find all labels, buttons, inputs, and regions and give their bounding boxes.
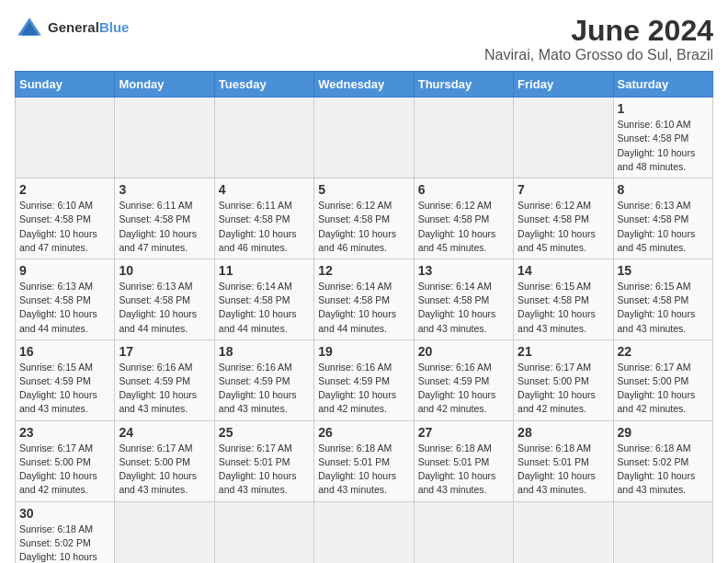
day-info: Sunrise: 6:18 AMSunset: 5:01 PMDaylight:… — [518, 442, 609, 498]
day-info: Sunrise: 6:18 AMSunset: 5:01 PMDaylight:… — [418, 442, 509, 498]
calendar-cell — [514, 98, 613, 178]
day-number: 12 — [318, 263, 409, 278]
calendar-cell: 9Sunrise: 6:13 AMSunset: 4:58 PMDaylight… — [16, 259, 115, 339]
month-title: June 2024 — [484, 15, 713, 47]
day-info: Sunrise: 6:17 AMSunset: 5:00 PMDaylight:… — [119, 442, 210, 498]
calendar-cell: 6Sunrise: 6:12 AMSunset: 4:58 PMDaylight… — [414, 178, 513, 259]
day-info: Sunrise: 6:10 AMSunset: 4:58 PMDaylight:… — [618, 118, 709, 174]
calendar-cell: 10Sunrise: 6:13 AMSunset: 4:58 PMDayligh… — [115, 259, 214, 339]
day-info: Sunrise: 6:17 AMSunset: 5:00 PMDaylight:… — [19, 442, 110, 498]
calendar-cell — [514, 501, 613, 563]
day-number: 9 — [19, 263, 110, 278]
calendar-table: SundayMondayTuesdayWednesdayThursdayFrid… — [15, 71, 713, 563]
weekday-header-saturday: Saturday — [613, 72, 712, 98]
day-info: Sunrise: 6:14 AMSunset: 4:58 PMDaylight:… — [418, 280, 509, 336]
day-number: 23 — [19, 425, 110, 440]
day-number: 7 — [518, 182, 609, 197]
calendar-cell — [115, 98, 214, 178]
day-number: 16 — [19, 344, 110, 359]
day-info: Sunrise: 6:13 AMSunset: 4:58 PMDaylight:… — [19, 280, 110, 336]
calendar-cell: 5Sunrise: 6:12 AMSunset: 4:58 PMDaylight… — [314, 178, 414, 259]
calendar-cell: 12Sunrise: 6:14 AMSunset: 4:58 PMDayligh… — [314, 259, 414, 339]
calendar-body: 1Sunrise: 6:10 AMSunset: 4:58 PMDaylight… — [16, 98, 713, 563]
calendar-cell — [16, 98, 115, 178]
calendar-cell — [414, 501, 513, 563]
day-number: 3 — [119, 182, 210, 197]
location-title: Navirai, Mato Grosso do Sul, Brazil — [484, 47, 713, 63]
day-info: Sunrise: 6:15 AMSunset: 4:59 PMDaylight:… — [19, 361, 110, 417]
day-number: 14 — [518, 263, 609, 278]
day-info: Sunrise: 6:16 AMSunset: 4:59 PMDaylight:… — [318, 361, 409, 417]
day-info: Sunrise: 6:15 AMSunset: 4:58 PMDaylight:… — [518, 280, 609, 336]
calendar-week-2: 2Sunrise: 6:10 AMSunset: 4:58 PMDaylight… — [16, 178, 713, 259]
day-info: Sunrise: 6:16 AMSunset: 4:59 PMDaylight:… — [418, 361, 509, 417]
calendar-week-4: 16Sunrise: 6:15 AMSunset: 4:59 PMDayligh… — [16, 339, 713, 420]
calendar-cell: 26Sunrise: 6:18 AMSunset: 5:01 PMDayligh… — [314, 420, 414, 501]
generalblue-icon — [15, 15, 44, 40]
calendar-cell — [613, 501, 712, 563]
calendar-cell: 16Sunrise: 6:15 AMSunset: 4:59 PMDayligh… — [16, 339, 115, 420]
calendar-cell — [214, 501, 313, 563]
day-number: 1 — [618, 101, 709, 116]
weekday-header-friday: Friday — [514, 72, 613, 98]
title-area: June 2024 Navirai, Mato Grosso do Sul, B… — [484, 15, 713, 63]
calendar-cell: 22Sunrise: 6:17 AMSunset: 5:00 PMDayligh… — [613, 339, 712, 420]
day-number: 27 — [418, 425, 509, 440]
day-info: Sunrise: 6:12 AMSunset: 4:58 PMDaylight:… — [318, 199, 409, 255]
day-info: Sunrise: 6:18 AMSunset: 5:02 PMDaylight:… — [19, 523, 110, 563]
day-number: 18 — [219, 344, 310, 359]
weekday-header-sunday: Sunday — [16, 72, 115, 98]
day-number: 24 — [119, 425, 210, 440]
calendar-week-1: 1Sunrise: 6:10 AMSunset: 4:58 PMDaylight… — [16, 98, 713, 178]
calendar-cell: 21Sunrise: 6:17 AMSunset: 5:00 PMDayligh… — [514, 339, 613, 420]
day-info: Sunrise: 6:11 AMSunset: 4:58 PMDaylight:… — [219, 199, 310, 255]
day-number: 2 — [19, 182, 110, 197]
day-number: 25 — [219, 425, 310, 440]
calendar-cell: 1Sunrise: 6:10 AMSunset: 4:58 PMDaylight… — [613, 98, 712, 178]
day-info: Sunrise: 6:16 AMSunset: 4:59 PMDaylight:… — [119, 361, 210, 417]
day-number: 28 — [518, 425, 609, 440]
day-number: 17 — [119, 344, 210, 359]
calendar-cell — [214, 98, 313, 178]
calendar-header: SundayMondayTuesdayWednesdayThursdayFrid… — [16, 72, 713, 98]
day-info: Sunrise: 6:13 AMSunset: 4:58 PMDaylight:… — [618, 199, 709, 255]
day-info: Sunrise: 6:17 AMSunset: 5:00 PMDaylight:… — [618, 361, 709, 417]
calendar-cell: 15Sunrise: 6:15 AMSunset: 4:58 PMDayligh… — [613, 259, 712, 339]
weekday-header-thursday: Thursday — [414, 72, 513, 98]
day-info: Sunrise: 6:10 AMSunset: 4:58 PMDaylight:… — [19, 199, 110, 255]
day-number: 19 — [318, 344, 409, 359]
day-number: 15 — [618, 263, 709, 278]
day-info: Sunrise: 6:17 AMSunset: 5:00 PMDaylight:… — [518, 361, 609, 417]
day-info: Sunrise: 6:14 AMSunset: 4:58 PMDaylight:… — [219, 280, 310, 336]
calendar-cell: 27Sunrise: 6:18 AMSunset: 5:01 PMDayligh… — [414, 420, 513, 501]
calendar-cell: 13Sunrise: 6:14 AMSunset: 4:58 PMDayligh… — [414, 259, 513, 339]
weekday-header-row: SundayMondayTuesdayWednesdayThursdayFrid… — [16, 72, 713, 98]
day-number: 13 — [418, 263, 509, 278]
day-number: 5 — [318, 182, 409, 197]
day-number: 22 — [618, 344, 709, 359]
calendar-week-3: 9Sunrise: 6:13 AMSunset: 4:58 PMDaylight… — [16, 259, 713, 339]
day-number: 10 — [119, 263, 210, 278]
day-number: 30 — [19, 506, 110, 521]
calendar-week-6: 30Sunrise: 6:18 AMSunset: 5:02 PMDayligh… — [16, 501, 713, 563]
calendar-cell: 7Sunrise: 6:12 AMSunset: 4:58 PMDaylight… — [514, 178, 613, 259]
day-number: 26 — [318, 425, 409, 440]
header: GeneralBlue June 2024 Navirai, Mato Gros… — [15, 15, 713, 63]
calendar-cell — [314, 98, 414, 178]
calendar-cell: 25Sunrise: 6:17 AMSunset: 5:01 PMDayligh… — [214, 420, 313, 501]
weekday-header-monday: Monday — [115, 72, 214, 98]
calendar-cell: 28Sunrise: 6:18 AMSunset: 5:01 PMDayligh… — [514, 420, 613, 501]
calendar-cell — [115, 501, 214, 563]
day-number: 8 — [618, 182, 709, 197]
logo: GeneralBlue — [15, 15, 129, 40]
calendar-cell: 8Sunrise: 6:13 AMSunset: 4:58 PMDaylight… — [613, 178, 712, 259]
calendar-cell — [414, 98, 513, 178]
day-info: Sunrise: 6:16 AMSunset: 4:59 PMDaylight:… — [219, 361, 310, 417]
day-number: 4 — [219, 182, 310, 197]
calendar-cell: 3Sunrise: 6:11 AMSunset: 4:58 PMDaylight… — [115, 178, 214, 259]
day-number: 6 — [418, 182, 509, 197]
day-number: 20 — [418, 344, 509, 359]
weekday-header-wednesday: Wednesday — [314, 72, 414, 98]
day-number: 29 — [618, 425, 709, 440]
calendar-cell: 24Sunrise: 6:17 AMSunset: 5:00 PMDayligh… — [115, 420, 214, 501]
